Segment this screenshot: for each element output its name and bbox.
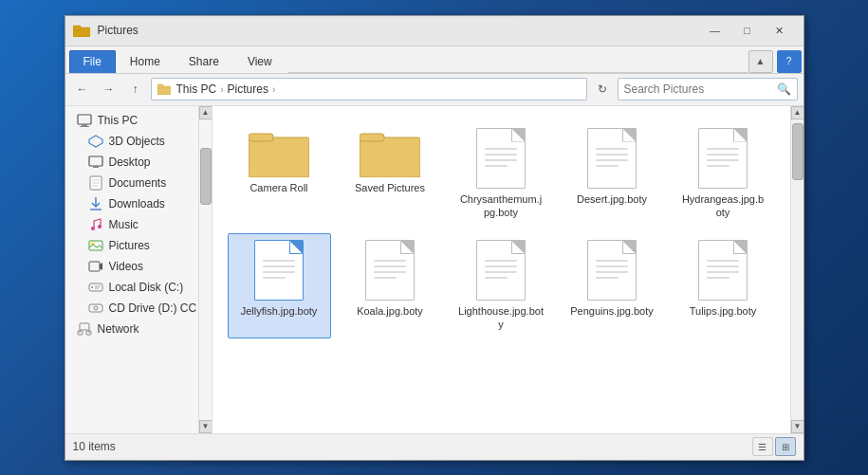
file-item-tulips[interactable]: Tulips.jpg.boty: [672, 233, 775, 338]
file-name-penguins: Penguins.jpg.boty: [570, 304, 653, 318]
tab-file[interactable]: File: [69, 50, 116, 73]
sidebar-scroll-thumb[interactable]: [200, 148, 212, 205]
path-this-pc[interactable]: This PC: [175, 82, 219, 96]
svg-rect-23: [89, 304, 102, 312]
view-buttons: ☰ ⊞: [752, 437, 796, 456]
sidebar-item-this-pc[interactable]: This PC: [65, 110, 212, 131]
explorer-window: Pictures — □ ✕ File Home Share View ▲ ? …: [65, 15, 804, 461]
sidebar-label-network: Network: [98, 322, 139, 336]
title-bar: Pictures — □ ✕: [65, 16, 803, 46]
file-item-penguins[interactable]: Penguins.jpg.boty: [561, 233, 664, 338]
sidebar-item-cd-drive[interactable]: CD Drive (D:) CC: [65, 298, 212, 319]
search-input[interactable]: [624, 82, 773, 96]
ribbon-tabs: File Home Share View ▲ ?: [65, 46, 803, 73]
file-scroll-thumb[interactable]: [792, 123, 803, 180]
doc-icon-koala: [365, 240, 415, 301]
3d-icon: [88, 134, 103, 149]
sidebar-scroll-down[interactable]: ▼: [199, 420, 212, 433]
doc-icon-hydrangeas: [698, 128, 748, 189]
path-folder-icon: [157, 83, 171, 95]
up-button[interactable]: ↑: [124, 78, 147, 100]
address-path[interactable]: This PC › Pictures ›: [151, 78, 587, 100]
view-large-button[interactable]: ⊞: [775, 437, 796, 456]
doc-icon-tulips: [698, 240, 748, 301]
maximize-button[interactable]: □: [731, 20, 764, 41]
cd-icon: [88, 301, 103, 316]
sidebar-scroll-up[interactable]: ▲: [199, 106, 212, 119]
files-grid: Camera Roll Saved Pictures: [220, 114, 783, 346]
file-item-saved-pictures[interactable]: Saved Pictures: [339, 121, 442, 227]
sidebar-label-videos: Videos: [109, 260, 143, 273]
ribbon-expand-btn[interactable]: ▲: [748, 50, 773, 73]
file-scroll-down[interactable]: ▼: [791, 420, 803, 433]
title-controls: — □ ✕: [699, 20, 796, 41]
minimize-button[interactable]: —: [699, 20, 731, 41]
network-icon: [77, 321, 92, 337]
sidebar-scrollbar: ▲ ▼: [198, 106, 212, 433]
close-button[interactable]: ✕: [764, 20, 796, 41]
file-name-desert: Desert.jpg.boty: [577, 192, 647, 206]
status-count: 10 items: [73, 440, 116, 453]
refresh-button[interactable]: ↻: [591, 78, 614, 100]
documents-icon: [88, 175, 103, 191]
sidebar-label-cd-drive: CD Drive (D:) CC: [109, 301, 197, 315]
file-scroll-up[interactable]: ▲: [791, 106, 803, 119]
svg-rect-1: [73, 26, 81, 30]
svg-rect-31: [249, 134, 273, 141]
tab-view[interactable]: View: [233, 50, 286, 73]
sidebar-item-pictures[interactable]: Pictures: [65, 235, 212, 256]
file-name-saved-pictures: Saved Pictures: [355, 181, 425, 194]
svg-point-15: [98, 225, 102, 228]
file-item-jellyfish[interactable]: Jellyfish.jpg.boty: [228, 233, 331, 338]
sidebar-item-network[interactable]: Network: [65, 319, 212, 339]
disk-icon: [88, 280, 103, 295]
tab-share[interactable]: Share: [175, 50, 233, 73]
sidebar-item-videos[interactable]: Videos: [65, 256, 212, 277]
forward-button[interactable]: →: [98, 78, 120, 100]
file-item-lighthouse[interactable]: Lighthouse.jpg.boty: [450, 233, 553, 338]
sidebar-item-local-disk-c[interactable]: Local Disk (C:): [65, 277, 212, 298]
pictures-icon: [88, 238, 103, 253]
sidebar-label-pictures: Pictures: [109, 239, 150, 252]
svg-rect-33: [360, 134, 384, 141]
file-item-koala[interactable]: Koala.jpg.boty: [339, 233, 442, 338]
svg-rect-18: [89, 262, 100, 271]
back-button[interactable]: ←: [71, 78, 94, 100]
search-box[interactable]: 🔍: [618, 78, 798, 100]
sidebar-item-downloads[interactable]: Downloads: [65, 193, 212, 214]
svg-rect-4: [78, 115, 91, 124]
doc-icon-jellyfish: [254, 240, 304, 301]
path-pictures[interactable]: Pictures: [226, 82, 270, 96]
svg-rect-32: [360, 137, 420, 177]
sidebar-item-3d-objects[interactable]: 3D Objects: [65, 131, 212, 152]
tab-home[interactable]: Home: [116, 50, 175, 73]
svg-rect-6: [80, 126, 89, 127]
file-item-hydrangeas[interactable]: Hydrangeas.jpg.boty: [672, 121, 775, 227]
sidebar-item-music[interactable]: Music: [65, 214, 212, 235]
sidebar-label-downloads: Downloads: [109, 197, 165, 210]
file-item-desert[interactable]: Desert.jpg.boty: [561, 121, 664, 227]
file-item-camera-roll[interactable]: Camera Roll: [228, 121, 331, 227]
computer-icon: [77, 113, 92, 128]
ribbon: File Home Share View ▲ ?: [65, 46, 803, 74]
sidebar-label-documents: Documents: [109, 176, 167, 190]
doc-icon-chrysanthemum: [476, 128, 526, 189]
doc-icon-lighthouse: [476, 240, 526, 301]
music-icon: [88, 217, 103, 232]
help-btn[interactable]: ?: [777, 50, 802, 73]
sidebar-item-documents[interactable]: Documents: [65, 173, 212, 193]
file-area-scrollbar: ▲ ▼: [790, 106, 803, 433]
file-item-chrysanthemum[interactable]: Chrysanthemum.jpg.boty: [450, 121, 553, 227]
file-area: Camera Roll Saved Pictures: [212, 106, 790, 433]
svg-rect-7: [89, 156, 102, 166]
sidebar-item-desktop[interactable]: Desktop: [65, 152, 212, 173]
svg-point-14: [91, 227, 95, 230]
downloads-icon: [88, 196, 103, 211]
file-name-jellyfish: Jellyfish.jpg.boty: [241, 304, 318, 318]
title-bar-icons: [73, 24, 90, 37]
doc-icon-desert: [587, 128, 637, 189]
sidebar-label-music: Music: [109, 218, 139, 231]
file-name-lighthouse: Lighthouse.jpg.boty: [458, 304, 544, 332]
view-list-button[interactable]: ☰: [752, 437, 773, 456]
search-icon: 🔍: [777, 82, 791, 96]
